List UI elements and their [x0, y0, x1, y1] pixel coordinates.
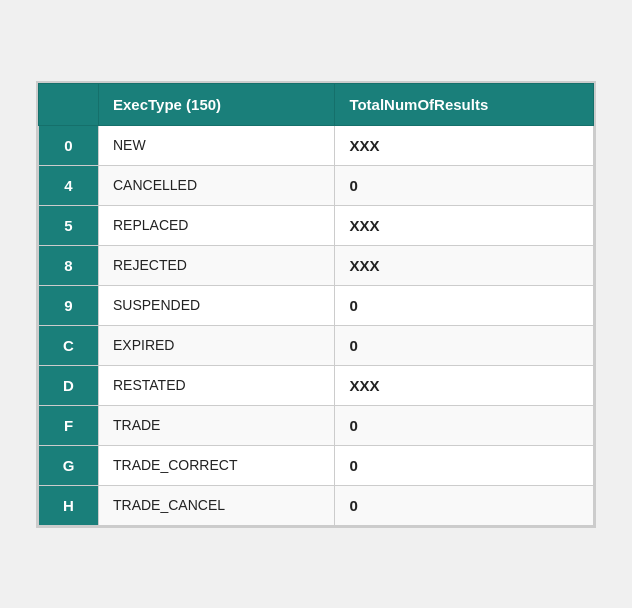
row-total: 0: [335, 165, 594, 205]
total-column-header: TotalNumOfResults: [335, 83, 594, 125]
row-code: D: [39, 365, 99, 405]
main-table-container: ExecType (150) TotalNumOfResults 0NEWXXX…: [36, 81, 596, 528]
row-exectype: TRADE: [99, 405, 335, 445]
row-total: XXX: [335, 245, 594, 285]
row-exectype: REPLACED: [99, 205, 335, 245]
row-total: XXX: [335, 365, 594, 405]
table-row: 8REJECTEDXXX: [39, 245, 594, 285]
row-exectype: TRADE_CANCEL: [99, 485, 335, 525]
row-total: 0: [335, 405, 594, 445]
row-total: 0: [335, 325, 594, 365]
table-row: 9SUSPENDED0: [39, 285, 594, 325]
row-code: F: [39, 405, 99, 445]
row-code: H: [39, 485, 99, 525]
exec-type-table: ExecType (150) TotalNumOfResults 0NEWXXX…: [38, 83, 594, 526]
row-code: 5: [39, 205, 99, 245]
table-row: GTRADE_CORRECT0: [39, 445, 594, 485]
row-code: G: [39, 445, 99, 485]
row-exectype: SUSPENDED: [99, 285, 335, 325]
row-exectype: EXPIRED: [99, 325, 335, 365]
exectype-column-header: ExecType (150): [99, 83, 335, 125]
table-header-row: ExecType (150) TotalNumOfResults: [39, 83, 594, 125]
row-code: 8: [39, 245, 99, 285]
row-total: 0: [335, 285, 594, 325]
row-code: 0: [39, 125, 99, 165]
table-row: HTRADE_CANCEL0: [39, 485, 594, 525]
table-row: DRESTATEDXXX: [39, 365, 594, 405]
row-code: 4: [39, 165, 99, 205]
row-exectype: TRADE_CORRECT: [99, 445, 335, 485]
row-code: C: [39, 325, 99, 365]
row-total: XXX: [335, 205, 594, 245]
row-total: 0: [335, 445, 594, 485]
table-row: FTRADE0: [39, 405, 594, 445]
row-code: 9: [39, 285, 99, 325]
row-exectype: REJECTED: [99, 245, 335, 285]
code-column-header: [39, 83, 99, 125]
table-row: 0NEWXXX: [39, 125, 594, 165]
table-row: CEXPIRED0: [39, 325, 594, 365]
row-total: 0: [335, 485, 594, 525]
table-row: 4CANCELLED0: [39, 165, 594, 205]
row-total: XXX: [335, 125, 594, 165]
table-row: 5REPLACEDXXX: [39, 205, 594, 245]
row-exectype: RESTATED: [99, 365, 335, 405]
row-exectype: NEW: [99, 125, 335, 165]
row-exectype: CANCELLED: [99, 165, 335, 205]
